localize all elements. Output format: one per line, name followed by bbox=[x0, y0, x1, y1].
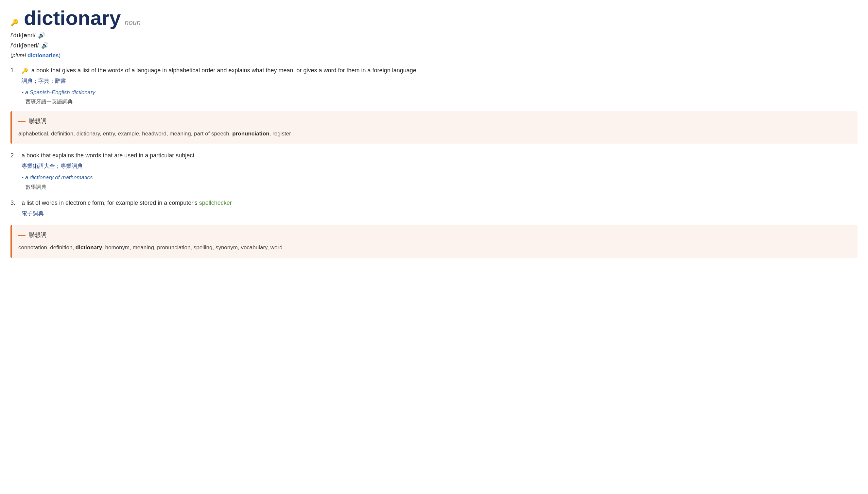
example-chinese-2: 數學詞典 bbox=[25, 183, 857, 191]
speaker-icon-1[interactable]: 🔊 bbox=[38, 31, 45, 40]
related2-words-after: , homonym, meaning, pronunciation, spell… bbox=[102, 244, 283, 251]
related-box-header-1: — 聯想詞 bbox=[18, 116, 851, 126]
pron-text-1: /'dɪkʃənri/ bbox=[11, 31, 35, 40]
def-chinese-3: 電子詞典 bbox=[22, 209, 857, 218]
def-number-2: 2. bbox=[11, 151, 18, 160]
related-box-header-2: — 聯想詞 bbox=[18, 230, 851, 240]
related2-words-before: connotation, definition, bbox=[18, 244, 76, 251]
part-of-speech: noun bbox=[124, 17, 141, 28]
def-chinese-2: 專業術語大全；專業詞典 bbox=[22, 162, 857, 170]
def-key-icon-1: 🔑 bbox=[22, 67, 28, 75]
plural-link[interactable]: dictionaries bbox=[27, 52, 59, 59]
definitions-list: 1. 🔑 a book that gives a list of the wor… bbox=[11, 66, 857, 218]
related-words-before-1: alphabetical, definition, dictionary, en… bbox=[18, 131, 232, 137]
def-text-3: a list of words in electronic form, for … bbox=[22, 198, 232, 208]
example-block-2: a dictionary of mathematics 數學詞典 bbox=[22, 173, 857, 191]
key-icon-header: 🔑 bbox=[11, 17, 19, 28]
definition-item-1: 1. 🔑 a book that gives a list of the wor… bbox=[11, 66, 857, 144]
related-title-1: 聯想詞 bbox=[29, 116, 46, 126]
spellchecker-link[interactable]: spellchecker bbox=[199, 200, 232, 206]
pronunciation-2: /'dɪkʃəneri/ 🔊 bbox=[11, 41, 857, 50]
def-number-1: 1. bbox=[11, 66, 18, 75]
word-title-section: 🔑 dictionary noun bbox=[11, 8, 857, 28]
pron-text-2: /'dɪkʃəneri/ bbox=[11, 41, 39, 50]
related-words-1: alphabetical, definition, dictionary, en… bbox=[18, 129, 851, 139]
plural-label: plural bbox=[13, 52, 26, 59]
related-dash-2: — bbox=[18, 232, 25, 239]
plural-line: (plural dictionaries) bbox=[11, 51, 857, 60]
example-text-2: a dictionary of mathematics bbox=[22, 173, 857, 182]
example-text-1: a Spanish-English dictionary bbox=[22, 88, 857, 97]
def-text-1: a book that gives a list of the words of… bbox=[32, 66, 416, 75]
definition-item-2: 2. a book that explains the words that a… bbox=[11, 151, 857, 191]
related-box-1: — 聯想詞 alphabetical, definition, dictiona… bbox=[11, 111, 857, 144]
definition-item-3: 3. a list of words in electronic form, f… bbox=[11, 198, 857, 218]
related-words-2: connotation, definition, dictionary, hom… bbox=[18, 243, 851, 252]
related-box-2: — 聯想詞 connotation, definition, dictionar… bbox=[11, 225, 857, 258]
related-bold-word-1: pronunciation bbox=[232, 131, 269, 137]
def-number-row-2: 2. a book that explains the words that a… bbox=[11, 151, 857, 160]
def-number-row-1: 1. 🔑 a book that gives a list of the wor… bbox=[11, 66, 857, 75]
example-block-1: a Spanish-English dictionary 西班牙語一英語詞典 bbox=[22, 88, 857, 106]
speaker-icon-2[interactable]: 🔊 bbox=[41, 41, 49, 50]
def-number-row-3: 3. a list of words in electronic form, f… bbox=[11, 198, 857, 208]
def-underline-word-2: particular bbox=[150, 152, 174, 159]
def-chinese-1: 詞典；字典；辭書 bbox=[22, 77, 857, 86]
pronunciation-1: /'dɪkʃənri/ 🔊 bbox=[11, 31, 857, 40]
related-title-2: 聯想詞 bbox=[29, 230, 46, 240]
def-text-2: a book that explains the words that are … bbox=[22, 151, 194, 160]
example-chinese-1: 西班牙語一英語詞典 bbox=[25, 97, 857, 106]
related-words-after-1: , register bbox=[270, 131, 291, 137]
related-dash-1: — bbox=[18, 117, 25, 125]
related2-bold-word: dictionary bbox=[76, 244, 102, 251]
def-number-3: 3. bbox=[11, 198, 18, 208]
main-word: dictionary bbox=[24, 8, 121, 28]
